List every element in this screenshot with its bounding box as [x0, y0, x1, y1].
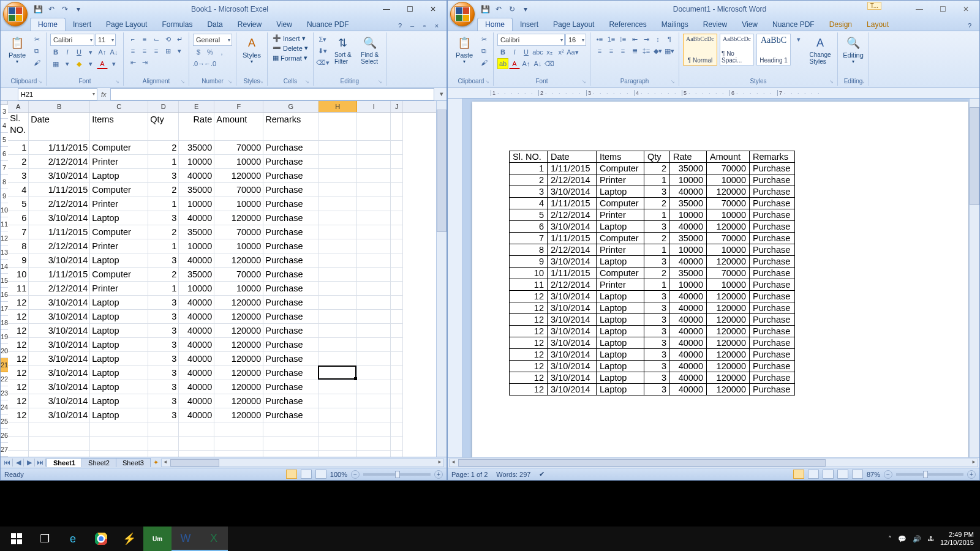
cell[interactable]: [318, 253, 357, 268]
cell[interactable]: 3/10/2014: [29, 169, 90, 183]
cell[interactable]: 40000: [179, 253, 214, 268]
table-cell[interactable]: Printer: [597, 279, 644, 291]
font-size-combo[interactable]: 16: [565, 34, 586, 46]
table-cell[interactable]: 2: [510, 174, 548, 186]
cell[interactable]: 40000: [179, 380, 214, 394]
table-cell[interactable]: 3/10/2014: [548, 302, 597, 314]
cell[interactable]: Purchase: [263, 155, 318, 169]
table-cell[interactable]: 120000: [707, 314, 750, 326]
draft-view-button[interactable]: [852, 470, 863, 479]
name-box[interactable]: H21: [18, 88, 97, 100]
table-cell[interactable]: 3: [510, 186, 548, 198]
row-header[interactable]: 27: [1, 443, 8, 457]
table-cell[interactable]: 12: [510, 314, 548, 326]
cell[interactable]: 10000: [214, 155, 263, 169]
font-size-combo[interactable]: 11: [95, 34, 116, 46]
borders-button[interactable]: ▦: [50, 58, 61, 69]
cell[interactable]: [148, 437, 179, 451]
cell[interactable]: [391, 408, 403, 422]
ribbon-tab-view[interactable]: View: [734, 18, 765, 31]
help-icon[interactable]: ?: [395, 21, 405, 31]
qat-customize-icon[interactable]: ▾: [73, 4, 84, 15]
cell[interactable]: Computer: [90, 225, 148, 239]
cell[interactable]: 12: [8, 408, 29, 422]
cell[interactable]: [357, 169, 391, 183]
style-no-spacing[interactable]: AaBbCcDc¶ No Spaci...: [720, 34, 754, 66]
cell[interactable]: 70000: [214, 225, 263, 239]
table-cell[interactable]: 3/10/2014: [548, 291, 597, 302]
table-cell[interactable]: 10000: [707, 279, 750, 291]
table-cell[interactable]: 8: [510, 244, 548, 256]
cell[interactable]: Amount: [214, 113, 263, 141]
cell[interactable]: [357, 451, 391, 457]
ribbon-tab-nuance-pdf[interactable]: Nuance PDF: [300, 18, 356, 31]
table-cell[interactable]: Printer: [597, 209, 644, 221]
cell[interactable]: Purchase: [263, 324, 318, 338]
cell[interactable]: [357, 394, 391, 408]
table-cell[interactable]: 11: [510, 279, 548, 291]
cell[interactable]: [29, 451, 90, 457]
cell[interactable]: [357, 239, 391, 253]
table-cell[interactable]: 40000: [670, 372, 707, 384]
cell[interactable]: [357, 141, 391, 155]
column-header[interactable]: D: [148, 101, 179, 112]
table-cell[interactable]: Laptop: [597, 221, 644, 233]
cell[interactable]: Purchase: [263, 394, 318, 408]
table-cell[interactable]: 3: [644, 349, 670, 361]
table-cell[interactable]: 70000: [707, 163, 750, 174]
cell[interactable]: [318, 197, 357, 211]
save-icon[interactable]: 💾: [32, 4, 43, 15]
table-cell[interactable]: Laptop: [597, 384, 644, 395]
cell[interactable]: [357, 437, 391, 451]
cell[interactable]: Laptop: [90, 338, 148, 352]
cell[interactable]: 2/12/2014: [29, 282, 90, 296]
cell[interactable]: [214, 422, 263, 437]
table-cell[interactable]: 1: [644, 209, 670, 221]
cell[interactable]: Purchase: [263, 296, 318, 310]
minimize-button[interactable]: —: [375, 3, 398, 15]
editing-button[interactable]: 🔍Editing▾: [842, 34, 865, 66]
uno-icon[interactable]: Um: [143, 527, 172, 551]
cell[interactable]: Laptop: [90, 380, 148, 394]
outline-view-button[interactable]: [837, 470, 848, 479]
cell[interactable]: 120000: [214, 310, 263, 324]
table-cell[interactable]: Purchase: [750, 256, 795, 268]
table-cell[interactable]: 40000: [670, 314, 707, 326]
cut-icon[interactable]: ✂: [478, 34, 489, 45]
cell[interactable]: 120000: [214, 366, 263, 380]
cell[interactable]: [357, 380, 391, 394]
table-row[interactable]: 41/11/2015Computer23500070000Purchase: [510, 198, 795, 209]
table-row[interactable]: 52/12/2014Printer11000010000Purchase: [510, 209, 795, 221]
table-cell[interactable]: 3/10/2014: [548, 337, 597, 349]
cell[interactable]: [8, 422, 29, 437]
column-header[interactable]: B: [29, 101, 90, 112]
cell[interactable]: [357, 113, 391, 141]
cell[interactable]: [90, 422, 148, 437]
table-cell[interactable]: Purchase: [750, 302, 795, 314]
excel-grid[interactable]: 3456789101112131415161718192021222324252…: [1, 101, 447, 457]
table-cell[interactable]: Computer: [597, 198, 644, 209]
table-cell[interactable]: Purchase: [750, 372, 795, 384]
cell[interactable]: [318, 310, 357, 324]
row-header[interactable]: 25: [1, 414, 8, 429]
ribbon-tab-review[interactable]: Review: [230, 18, 269, 31]
cell[interactable]: 10000: [214, 282, 263, 296]
table-cell[interactable]: 10000: [670, 244, 707, 256]
word-document-area[interactable]: Sl. NO.DateItemsQtyRateAmountRemarks11/1…: [448, 99, 979, 457]
insert-cells-button[interactable]: ➕Insert ▾: [271, 34, 309, 43]
comma-button[interactable]: ,: [216, 47, 227, 58]
cell[interactable]: [391, 352, 403, 366]
zoom-percent[interactable]: 87%: [867, 471, 880, 478]
table-cell[interactable]: Laptop: [597, 186, 644, 198]
table-cell[interactable]: 3/10/2014: [548, 384, 597, 395]
network-icon[interactable]: 🖧: [927, 535, 934, 542]
cell[interactable]: Purchase: [263, 366, 318, 380]
row-header[interactable]: 15: [1, 274, 8, 288]
shrink-font-button[interactable]: A↓: [108, 47, 119, 58]
table-cell[interactable]: 3/10/2014: [548, 372, 597, 384]
cell[interactable]: [391, 338, 403, 352]
cell[interactable]: [357, 366, 391, 380]
cell[interactable]: [318, 352, 357, 366]
cell[interactable]: [357, 296, 391, 310]
cell[interactable]: [391, 197, 403, 211]
